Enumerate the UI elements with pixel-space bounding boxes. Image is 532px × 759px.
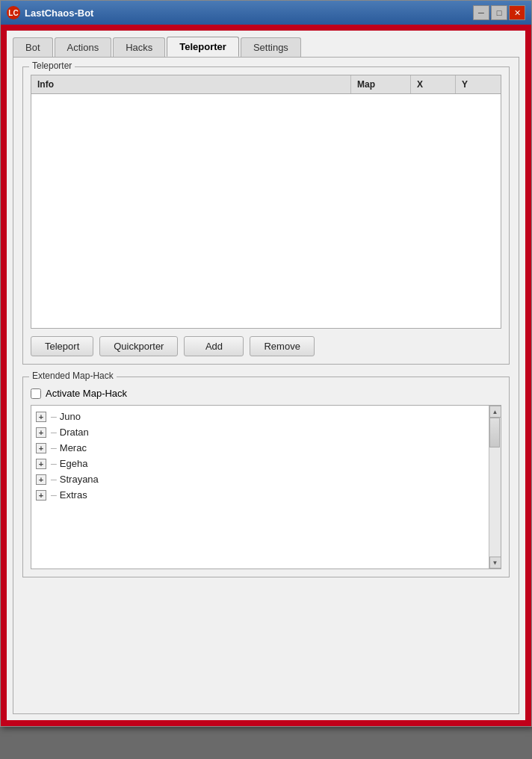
close-button[interactable]: ✕ <box>509 5 525 20</box>
inner-content: Bot Actions Hacks Teleporter Settings Te… <box>7 31 525 720</box>
tab-actions[interactable]: Actions <box>55 37 112 57</box>
scroll-down-arrow[interactable]: ▼ <box>489 557 501 569</box>
expander-merac[interactable]: + <box>36 443 46 453</box>
restore-button[interactable]: □ <box>491 5 507 20</box>
expander-strayana[interactable]: + <box>36 474 46 485</box>
scroll-up-arrow[interactable]: ▲ <box>489 406 501 418</box>
window-title: LastChaos-Bot <box>25 7 468 19</box>
remove-button[interactable]: Remove <box>250 336 314 356</box>
teleporter-list[interactable]: Info Map X Y <box>31 75 501 329</box>
tree-item-dratan[interactable]: + ─ Dratan <box>31 424 489 440</box>
teleport-button[interactable]: Teleport <box>31 336 93 356</box>
col-map: Map <box>351 75 411 93</box>
scroll-thumb[interactable] <box>489 418 500 447</box>
tab-settings[interactable]: Settings <box>241 37 301 57</box>
col-y: Y <box>456 75 501 93</box>
tree-item-juno[interactable]: + ─ Juno <box>31 409 489 424</box>
tab-hacks[interactable]: Hacks <box>113 37 165 57</box>
tree-item-juno-label: Juno <box>60 411 81 422</box>
add-button[interactable]: Add <box>184 336 244 356</box>
tree-scrollbar[interactable]: ▲ ▼ <box>489 406 501 569</box>
tree-item-merac[interactable]: + ─ Merac <box>31 440 489 456</box>
tree-item-merac-label: Merac <box>60 442 87 453</box>
tree-item-extras-label: Extras <box>60 489 87 501</box>
scroll-track[interactable] <box>489 418 501 557</box>
tree-item-dratan-label: Dratan <box>60 427 89 438</box>
tab-content: Teleporter Info Map X Y Teleport <box>13 57 519 714</box>
tree-item-egeha-label: Egeha <box>60 458 88 469</box>
map-hack-tree[interactable]: + ─ Juno + ─ Dratan + ─ <box>31 405 501 569</box>
tab-bar: Bot Actions Hacks Teleporter Settings <box>13 37 519 57</box>
teleporter-group: Teleporter Info Map X Y Teleport <box>22 66 510 365</box>
tree-item-egeha[interactable]: + ─ Egeha <box>31 456 489 471</box>
title-bar: LC LastChaos-Bot ─ □ ✕ <box>1 1 531 25</box>
activate-map-hack-label: Activate Map-Hack <box>46 388 127 399</box>
main-area: Bot Actions Hacks Teleporter Settings Te… <box>1 25 531 726</box>
minimize-button[interactable]: ─ <box>473 5 489 20</box>
teleporter-buttons: Teleport Quickporter Add Remove <box>31 336 501 356</box>
tab-teleporter[interactable]: Teleporter <box>167 37 239 57</box>
tree-item-strayana-label: Strayana <box>60 474 99 485</box>
map-hack-group: Extended Map-Hack Activate Map-Hack + ─ … <box>22 377 510 577</box>
list-body <box>31 94 501 324</box>
tab-bot[interactable]: Bot <box>13 37 53 57</box>
col-x: X <box>411 75 456 93</box>
col-info: Info <box>31 75 351 93</box>
app-icon: LC <box>7 6 20 19</box>
expander-extras[interactable]: + <box>36 490 46 501</box>
application-window: LC LastChaos-Bot ─ □ ✕ Bot Actions Hacks… <box>0 0 532 727</box>
expander-egeha[interactable]: + <box>36 459 46 469</box>
map-hack-group-label: Extended Map-Hack <box>29 371 117 381</box>
window-controls: ─ □ ✕ <box>473 5 525 20</box>
tree-list: + ─ Juno + ─ Dratan + ─ <box>31 406 489 569</box>
tree-item-strayana[interactable]: + ─ Strayana <box>31 471 489 487</box>
quickporter-button[interactable]: Quickporter <box>99 336 178 356</box>
expander-dratan[interactable]: + <box>36 427 46 438</box>
tree-item-extras[interactable]: + ─ Extras <box>31 487 489 503</box>
list-header: Info Map X Y <box>31 75 501 94</box>
activate-map-hack-row: Activate Map-Hack <box>31 388 501 399</box>
expander-juno[interactable]: + <box>36 412 46 422</box>
activate-map-hack-checkbox[interactable] <box>31 388 41 399</box>
teleporter-group-label: Teleporter <box>29 61 75 71</box>
